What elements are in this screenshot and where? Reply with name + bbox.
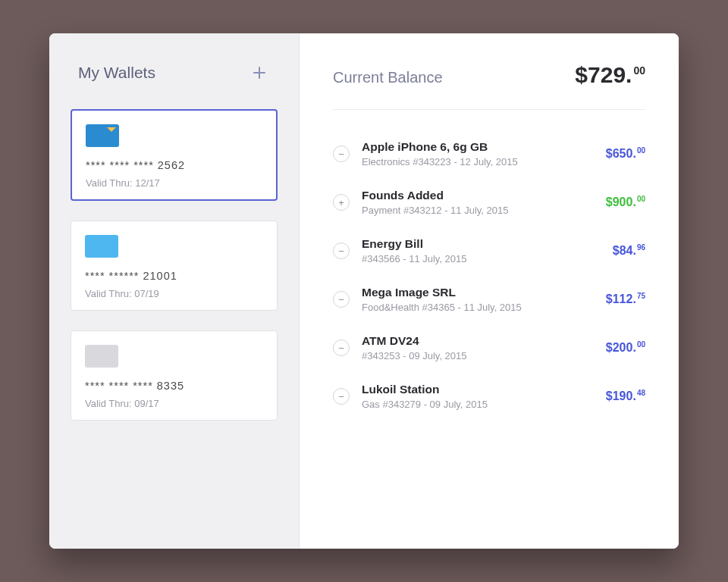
transaction-row[interactable]: −ATM DV24 #343253 - 09 July, 2015$200.00 [333,324,645,372]
transaction-whole: 190 [613,390,633,403]
balance-cents: 00 [633,64,645,77]
transaction-amount: $190.48 [606,389,645,403]
transaction-cents: 00 [637,146,645,155]
sidebar-title: My Wallets [78,64,155,82]
minus-circle-icon: − [333,242,350,259]
minus-circle-icon: − [333,388,350,405]
transaction-body: Mega Image SRLFood&Health #34365 - 11 Ju… [362,286,594,313]
minus-circle-icon: − [333,146,350,162]
transaction-currency: $ [606,342,613,355]
card-thumbnail [85,235,118,258]
transaction-cents: 96 [637,243,645,252]
transaction-row[interactable]: −Energy Bill#343566 - 11 July, 2015$84.9… [333,227,645,275]
transaction-row[interactable]: −Apple iPhone 6, 6g GBElectronics #34322… [333,130,645,178]
transaction-title: Mega Image SRL [362,286,594,299]
transaction-cents: 00 [637,195,645,203]
card-valid-thru: Valid Thru: 09/17 [85,398,263,409]
transaction-whole: 84 [620,245,633,258]
transaction-amount: $200.00 [606,340,645,355]
card-number: **** **** **** 2562 [86,159,262,171]
transaction-list: −Apple iPhone 6, 6g GBElectronics #34322… [333,130,645,421]
transaction-title: Energy Bill [362,237,601,251]
wallet-app: My Wallets **** **** **** 2562Valid Thru… [49,33,679,549]
main-panel: Current Balance $729.00 −Apple iPhone 6,… [300,33,679,549]
transaction-currency: $ [606,390,613,403]
plus-circle-icon: + [333,194,350,211]
card-accent-icon [107,127,116,132]
transaction-whole: 900 [613,196,633,209]
transaction-title: Founds Added [362,189,594,202]
sidebar: My Wallets **** **** **** 2562Valid Thru… [49,33,300,549]
transaction-currency: $ [606,196,613,209]
minus-circle-icon: − [333,291,350,308]
transaction-subtitle: #343566 - 11 July, 2015 [362,253,601,264]
transaction-body: Energy Bill#343566 - 11 July, 2015 [362,237,601,264]
transaction-amount: $650.00 [606,146,645,161]
card-valid-thru: Valid Thru: 07/19 [85,288,263,299]
wallet-card[interactable]: **** **** **** 2562Valid Thru: 12/17 [71,109,278,201]
transaction-body: Lukoil StationGas #343279 - 09 July, 201… [362,383,594,410]
balance-amount: $729.00 [575,62,645,88]
transaction-currency: $ [606,148,613,161]
transaction-subtitle: #343253 - 09 July, 2015 [362,350,594,361]
transaction-body: ATM DV24 #343253 - 09 July, 2015 [362,334,594,361]
transaction-subtitle: Electronics #343223 - 12 July, 2015 [362,156,594,167]
card-thumbnail [86,124,119,147]
transaction-body: Founds AddedPayment #343212 - 11 July, 2… [362,189,594,216]
transaction-row[interactable]: −Lukoil StationGas #343279 - 09 July, 20… [333,372,645,421]
wallet-card[interactable]: **** ****** 21001Valid Thru: 07/19 [71,221,278,311]
card-number: **** **** **** 8335 [85,380,263,392]
transaction-row[interactable]: +Founds AddedPayment #343212 - 11 July, … [333,178,645,227]
transaction-amount: $900.00 [606,195,645,209]
balance-currency: $ [575,62,588,87]
balance-row: Current Balance $729.00 [333,62,645,110]
add-wallet-button[interactable] [249,62,270,83]
balance-label: Current Balance [333,69,443,86]
card-thumbnail [85,345,118,368]
transaction-whole: 650 [613,148,633,161]
transaction-title: Lukoil Station [362,383,594,396]
minus-circle-icon: − [333,340,350,356]
transaction-currency: $ [613,245,620,258]
transaction-whole: 112 [613,293,633,306]
transaction-cents: 00 [637,340,645,349]
transaction-title: ATM DV24 [362,334,594,348]
transaction-amount: $84.96 [613,243,645,258]
transaction-row[interactable]: −Mega Image SRLFood&Health #34365 - 11 J… [333,275,645,324]
transaction-amount: $112.75 [606,292,645,306]
balance-whole: 729 [588,62,626,87]
transaction-cents: 75 [637,292,645,300]
card-number: **** ****** 21001 [85,270,263,282]
transaction-subtitle: Payment #343212 - 11 July, 2015 [362,205,594,216]
plus-icon [253,66,266,80]
wallet-list: **** **** **** 2562Valid Thru: 12/17****… [71,109,278,421]
sidebar-header: My Wallets [71,62,278,83]
transaction-currency: $ [606,293,613,306]
transaction-subtitle: Food&Health #34365 - 11 July, 2015 [362,302,594,313]
transaction-title: Apple iPhone 6, 6g GB [362,140,594,154]
transaction-subtitle: Gas #343279 - 09 July, 2015 [362,399,594,410]
transaction-body: Apple iPhone 6, 6g GBElectronics #343223… [362,140,594,167]
transaction-cents: 48 [637,389,645,397]
wallet-card[interactable]: **** **** **** 8335Valid Thru: 09/17 [71,330,278,421]
transaction-whole: 200 [613,342,633,355]
card-valid-thru: Valid Thru: 12/17 [86,177,262,189]
